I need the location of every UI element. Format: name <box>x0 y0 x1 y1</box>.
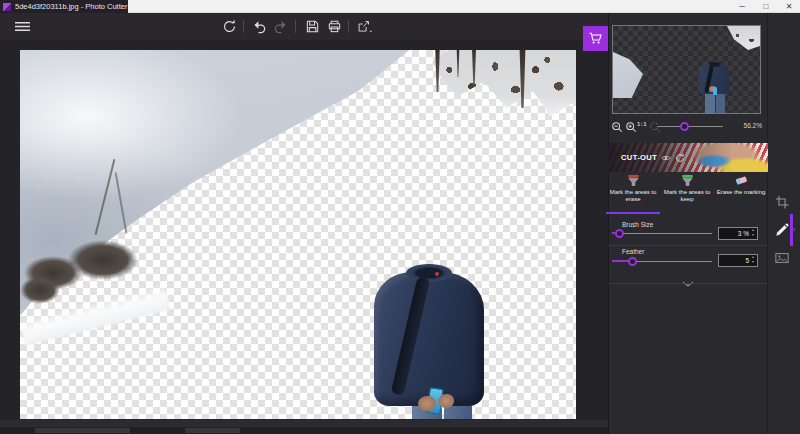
zoom-out-icon[interactable] <box>610 120 623 133</box>
feather-label: Feather <box>622 248 644 255</box>
preview-person <box>713 87 717 95</box>
cutout-banner: CUT-OUT <box>608 143 768 172</box>
feather-input[interactable]: 5 ▲▼ <box>718 254 758 267</box>
tool-erase-marking[interactable]: Erase the marking <box>714 174 768 212</box>
zipper-pull <box>435 272 439 276</box>
pencil-icon[interactable] <box>774 222 790 238</box>
selected-tool-underline <box>606 212 660 214</box>
brush-size-input[interactable]: 3 % ▲▼ <box>718 227 758 240</box>
print-icon[interactable] <box>326 18 343 35</box>
red-marker-icon <box>626 174 641 187</box>
preview-trunk <box>709 26 713 38</box>
person-hand <box>418 396 436 411</box>
eye-icon[interactable] <box>661 153 671 163</box>
panel-divider <box>767 13 768 434</box>
brush-size-slider-track[interactable] <box>612 233 712 234</box>
redo-icon[interactable] <box>272 18 289 35</box>
eraser-icon <box>734 174 749 187</box>
zoom-slider-thumb[interactable] <box>680 122 689 131</box>
app-icon <box>3 3 11 11</box>
tool-mark-erase[interactable]: Mark the areas to erase <box>606 174 660 212</box>
thumbnail-filmstrip[interactable] <box>0 427 608 434</box>
hamburger-icon[interactable] <box>14 18 31 35</box>
spinner-arrows[interactable]: ▲▼ <box>750 255 756 266</box>
crop-icon[interactable] <box>774 194 790 210</box>
preview-person <box>716 92 725 114</box>
preview-person <box>705 92 715 114</box>
shopping-cart-button[interactable] <box>583 26 608 51</box>
photo-cutter-window: 5de4d3f20311b.jpg - Photo Cutter ─ □ ✕ <box>0 0 800 434</box>
chevron-up-icon[interactable] <box>682 136 694 142</box>
navigator-preview[interactable] <box>612 25 761 114</box>
undo-icon[interactable] <box>251 18 268 35</box>
reset-icon[interactable] <box>675 153 685 163</box>
image-canvas[interactable] <box>20 50 576 419</box>
filmstrip-collapse-bar[interactable] <box>0 420 608 427</box>
headless-person-cutout <box>368 258 490 419</box>
zoom-in-icon[interactable] <box>624 120 637 133</box>
section-divider <box>608 245 767 246</box>
bush-silhouette <box>68 240 138 280</box>
cutout-title: CUT-OUT <box>621 153 657 162</box>
spinner-arrows[interactable]: ▲▼ <box>750 228 756 239</box>
shopping-cart-icon <box>588 31 603 46</box>
preview-sky <box>613 52 643 98</box>
close-button[interactable]: ✕ <box>777 0 800 13</box>
main-toolbar <box>0 13 608 40</box>
remaining-trees-region <box>432 50 576 116</box>
title-bar: 5de4d3f20311b.jpg - Photo Cutter ─ □ ✕ <box>0 0 800 13</box>
person-hand <box>438 394 454 408</box>
window-title: 5de4d3f20311b.jpg - Photo Cutter <box>15 2 127 11</box>
person-jacket <box>374 272 484 406</box>
minimize-button[interactable]: ─ <box>730 0 754 13</box>
zoom-slider-track[interactable] <box>658 126 723 127</box>
thumbnail-fragment <box>35 428 130 433</box>
person-collar <box>406 264 452 282</box>
brush-size-label: Brush Size <box>622 221 653 228</box>
reset-icon[interactable] <box>221 18 238 35</box>
one-to-one-icon[interactable]: 1:1 <box>637 121 647 127</box>
save-icon[interactable] <box>304 18 321 35</box>
brush-size-slider-thumb[interactable] <box>615 229 624 238</box>
section-divider <box>608 283 767 284</box>
zoom-value: 56.2% <box>730 122 762 129</box>
bush-silhouette <box>20 276 60 304</box>
tool-mark-keep[interactable]: Mark the areas to keep <box>660 174 714 212</box>
preview-trees <box>727 26 761 50</box>
thumbnail-fragment <box>185 428 240 433</box>
export-icon[interactable] <box>356 18 373 35</box>
title-bar-dark-segment: 5de4d3f20311b.jpg - Photo Cutter <box>0 0 128 13</box>
panel-expander-chevron[interactable]: › <box>793 225 799 235</box>
chevron-down-icon[interactable] <box>682 273 694 279</box>
maximize-button[interactable]: □ <box>754 0 778 13</box>
remaining-sky-region <box>20 50 576 419</box>
green-marker-icon <box>680 174 695 187</box>
image-icon[interactable] <box>774 250 790 266</box>
feather-slider-thumb[interactable] <box>628 257 637 266</box>
